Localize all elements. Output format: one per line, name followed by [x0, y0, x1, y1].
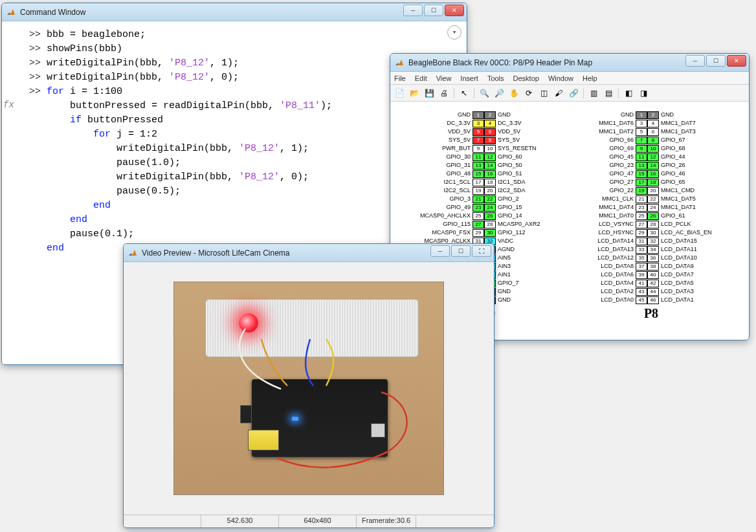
- pin-label-right: GPIO_46: [659, 171, 720, 177]
- pin-label-left: LCD_DATA14: [583, 238, 636, 244]
- pin-label-right: GPIO_50: [496, 162, 557, 168]
- colorbar-icon[interactable]: ▥: [587, 87, 600, 100]
- p8-header: GND12GNDMMC1_DAT634MMC1_DAT7MMC1_DAT256M…: [583, 111, 720, 340]
- pin-cell: 35: [636, 254, 647, 262]
- command-window-titlebar[interactable]: Command Window ─ ☐ ✕: [2, 3, 467, 21]
- pin-cell: 1: [636, 111, 647, 119]
- pin-label-left: GND: [419, 112, 472, 118]
- pin-label-left: VDD_5V: [419, 129, 472, 135]
- menu-insert[interactable]: Insert: [460, 74, 478, 82]
- minimize-button[interactable]: ─: [430, 245, 450, 257]
- menu-window[interactable]: Window: [548, 74, 573, 82]
- pin-cell: 41: [636, 280, 647, 287]
- pin-cell: 37: [636, 263, 647, 271]
- pin-cell: 28: [647, 221, 659, 228]
- pin-label-right: GPIO_2: [496, 196, 557, 202]
- pin-row: LCD_DATA123536LCD_DATA10: [583, 254, 720, 262]
- zoom-out-icon[interactable]: 🔎: [493, 87, 506, 100]
- status-coords: 542.630: [201, 515, 279, 527]
- pin-row: GPIO_311314GPIO_50: [419, 161, 557, 170]
- print-icon[interactable]: 🖨: [438, 87, 450, 100]
- pin-cell: 24: [647, 204, 659, 212]
- plottools-icon[interactable]: ◨: [637, 87, 650, 100]
- pin-cell: 25: [636, 212, 647, 220]
- pin-row: LCD_DATA24344LCD_DATA3: [583, 287, 720, 296]
- rotate-icon[interactable]: ⟳: [522, 87, 535, 100]
- maximize-button[interactable]: ☐: [706, 55, 726, 67]
- datatip-icon[interactable]: ◫: [537, 87, 550, 100]
- menu-tools[interactable]: Tools: [487, 74, 504, 82]
- legend-icon[interactable]: ▤: [602, 87, 615, 100]
- pan-icon[interactable]: ✋: [507, 87, 520, 100]
- pin-cell: 14: [484, 162, 496, 170]
- pin-label-left: LCD_DATA2: [583, 289, 636, 294]
- pin-row: LCD_DATA04546LCD_DATA1: [583, 296, 720, 304]
- menu-edit[interactable]: Edit: [415, 74, 427, 82]
- pin-cell: 19: [472, 187, 484, 195]
- close-button[interactable]: ✕: [727, 55, 746, 67]
- pin-cell: 4: [647, 120, 659, 127]
- pin-cell: 46: [647, 296, 659, 304]
- pin-row: GPIO_451112GPIO_44: [583, 153, 720, 161]
- pin-cell: 44: [647, 288, 659, 296]
- pin-cell: 30: [484, 229, 496, 237]
- pin-label-right: GPIO_26: [659, 162, 720, 168]
- pin-row: LCD_HSYNC2930LCD_AC_BIAS_EN: [583, 228, 720, 237]
- axes-icon[interactable]: ◧: [622, 87, 635, 100]
- minimize-button[interactable]: ─: [685, 55, 705, 67]
- expand-button[interactable]: ⛶: [472, 245, 491, 257]
- pin-label-right: AIN1: [496, 272, 557, 278]
- menu-view[interactable]: View: [436, 74, 452, 82]
- pin-row: MCASP0_AHCLKX2526GPIO_14: [419, 212, 557, 220]
- pin-cell: 13: [472, 162, 484, 170]
- pin-label-right: GPIO_67: [659, 137, 720, 143]
- matlab-icon: [6, 7, 16, 17]
- pin-label-left: GPIO_23: [583, 162, 636, 168]
- pin-cell: 20: [647, 187, 659, 195]
- pin-cell: 6: [484, 128, 496, 136]
- menu-desktop[interactable]: Desktop: [513, 74, 539, 82]
- pin-cell: 5: [636, 128, 647, 136]
- maximize-button[interactable]: ☐: [424, 5, 443, 16]
- new-icon[interactable]: 📄: [393, 87, 406, 100]
- pin-cell: 23: [636, 204, 647, 212]
- status-resolution: 640x480: [279, 515, 357, 527]
- video-statusbar: 542.630 640x480 Framerate:30.6: [124, 515, 494, 527]
- menu-help[interactable]: Help: [583, 74, 597, 82]
- pin-label-left: GND: [583, 112, 636, 118]
- open-icon[interactable]: 📂: [408, 87, 421, 100]
- pin-label-left: GPIO_47: [583, 171, 636, 177]
- dropdown-icon[interactable]: ▾: [447, 25, 461, 39]
- close-button[interactable]: ✕: [445, 5, 464, 16]
- pinmap-titlebar[interactable]: BeagleBone Black Rev 00C0: P8/P9 Header …: [390, 54, 749, 72]
- pin-row: LCD_DATA63940LCD_DATA7: [583, 271, 720, 279]
- pin-row: GND12GND: [419, 111, 557, 119]
- pin-cell: 16: [647, 170, 659, 178]
- pin-label-right: LCD_DATA3: [659, 289, 720, 294]
- p8-label: P8: [644, 307, 658, 320]
- pin-label-right: AIN5: [496, 255, 557, 261]
- pin-label-right: I2C2_SDA: [496, 188, 557, 194]
- pin-row: GPIO_221920MMC1_CMD: [583, 186, 720, 195]
- brush-icon[interactable]: 🖌: [552, 87, 565, 100]
- menu-file[interactable]: File: [394, 74, 406, 82]
- minimize-button[interactable]: ─: [403, 5, 423, 16]
- pin-cell: 12: [647, 153, 659, 161]
- pin-label-left: GPIO_45: [583, 154, 636, 160]
- pointer-icon[interactable]: ↖: [458, 87, 471, 100]
- save-icon[interactable]: 💾: [423, 87, 436, 100]
- pin-label-right: MMC1_DAT7: [659, 120, 720, 126]
- video-window: Video Preview - Microsoft LifeCam Cinema…: [123, 243, 495, 528]
- pin-label-right: MMC1_DAT3: [659, 129, 720, 135]
- pin-cell: 13: [636, 162, 647, 170]
- link-icon[interactable]: 🔗: [567, 87, 580, 100]
- fx-icon[interactable]: fx: [3, 98, 14, 112]
- maximize-button[interactable]: ☐: [451, 245, 471, 257]
- code-line: >> bbb = beaglebone;: [29, 28, 459, 42]
- pin-cell: 3: [636, 120, 647, 127]
- zoom-in-icon[interactable]: 🔍: [478, 87, 491, 100]
- pin-row: GPIO_69910GPIO_68: [583, 144, 720, 153]
- pin-cell: 24: [484, 204, 496, 212]
- pin-label-right: GPIO_14: [496, 213, 557, 219]
- video-titlebar[interactable]: Video Preview - Microsoft LifeCam Cinema…: [124, 244, 494, 262]
